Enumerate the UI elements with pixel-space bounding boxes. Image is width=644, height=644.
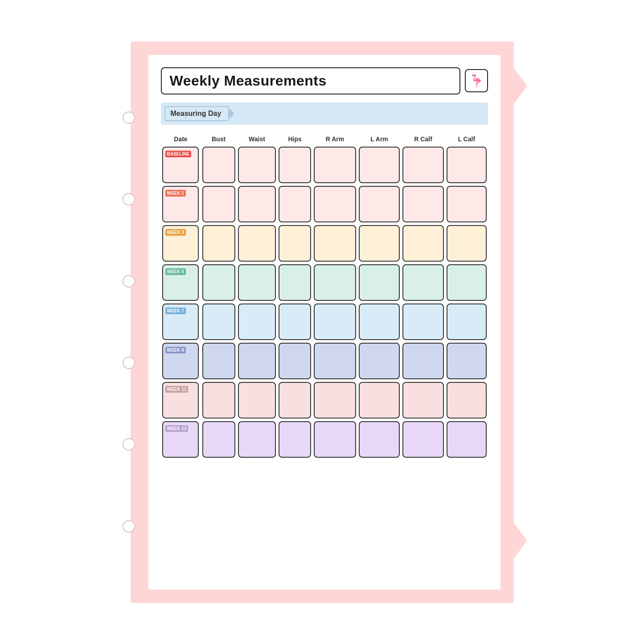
col-header-bust: Bust <box>201 133 237 145</box>
hips-cell-row-1[interactable] <box>277 185 312 224</box>
r-arm-cell-row-4[interactable] <box>312 302 357 341</box>
date-cell-2[interactable]: WEEK 3 <box>161 224 201 263</box>
waist-cell-row-3[interactable] <box>237 263 278 302</box>
row-label-7: WEEK 13 <box>165 425 189 432</box>
l-arm-cell-row-1[interactable] <box>357 185 401 224</box>
hole-1 <box>123 111 135 124</box>
page-background: Weekly Measurements 🦩 Measuring Day Date… <box>131 41 514 603</box>
col-header-l-calf: L Calf <box>445 133 488 145</box>
measurements-table: Date Bust Waist Hips R Arm L Arm R Calf … <box>161 133 488 459</box>
col-header-hips: Hips <box>277 133 312 145</box>
waist-cell-row-1[interactable] <box>237 185 278 224</box>
page-title: Weekly Measurements <box>170 73 327 89</box>
hole-4 <box>123 357 135 369</box>
hips-cell-row-7[interactable] <box>277 420 312 459</box>
bust-cell-row-5[interactable] <box>201 341 237 381</box>
table-row: WEEK 7 <box>161 302 488 341</box>
table-row: WEEK 1 <box>161 185 488 224</box>
r-arm-cell-row-1[interactable] <box>312 185 357 224</box>
r-calf-cell-row-5[interactable] <box>401 341 445 381</box>
l-calf-cell-row-5[interactable] <box>445 341 488 381</box>
table-row: WEEK 5 <box>161 263 488 302</box>
title-row: Weekly Measurements 🦩 <box>161 67 488 94</box>
l-calf-cell-row-3[interactable] <box>445 263 488 302</box>
l-arm-cell-row-2[interactable] <box>357 224 401 263</box>
hole-6 <box>123 520 135 533</box>
bust-cell-row-1[interactable] <box>201 185 237 224</box>
r-arm-cell-row-3[interactable] <box>312 263 357 302</box>
paper-content: Weekly Measurements 🦩 Measuring Day Date… <box>148 55 500 590</box>
waist-cell-row-6[interactable] <box>237 381 278 420</box>
r-calf-cell-row-6[interactable] <box>401 381 445 420</box>
l-arm-cell-row-3[interactable] <box>357 263 401 302</box>
bust-cell-row-6[interactable] <box>201 381 237 420</box>
row-label-3: WEEK 5 <box>165 268 186 275</box>
date-cell-5[interactable]: WEEK 9 <box>161 341 201 381</box>
waist-cell-row-2[interactable] <box>237 224 278 263</box>
hips-cell-row-2[interactable] <box>277 224 312 263</box>
bust-cell-row-3[interactable] <box>201 263 237 302</box>
title-box: Weekly Measurements <box>161 67 460 94</box>
bust-cell-row-7[interactable] <box>201 420 237 459</box>
date-cell-4[interactable]: WEEK 7 <box>161 302 201 341</box>
row-label-0: BASELINE <box>165 151 192 157</box>
col-header-l-arm: L Arm <box>357 133 401 145</box>
date-cell-7[interactable]: WEEK 13 <box>161 420 201 459</box>
l-arm-cell-row-5[interactable] <box>357 341 401 381</box>
r-calf-cell-row-1[interactable] <box>401 185 445 224</box>
bust-cell-row-4[interactable] <box>201 302 237 341</box>
hole-2 <box>123 193 135 205</box>
r-calf-cell-row-3[interactable] <box>401 263 445 302</box>
table-row: WEEK 11 <box>161 381 488 420</box>
l-calf-cell-row-2[interactable] <box>445 224 488 263</box>
date-cell-3[interactable]: WEEK 5 <box>161 263 201 302</box>
row-label-4: WEEK 7 <box>165 308 186 314</box>
r-arm-cell-row-0[interactable] <box>312 145 357 185</box>
hips-cell-row-6[interactable] <box>277 381 312 420</box>
l-calf-cell-row-6[interactable] <box>445 381 488 420</box>
hole-3 <box>123 275 135 287</box>
hips-cell-row-5[interactable] <box>277 341 312 381</box>
r-calf-cell-row-2[interactable] <box>401 224 445 263</box>
waist-cell-row-0[interactable] <box>237 145 278 185</box>
bust-cell-row-0[interactable] <box>201 145 237 185</box>
date-cell-1[interactable]: WEEK 1 <box>161 185 201 224</box>
r-arm-cell-row-2[interactable] <box>312 224 357 263</box>
hips-cell-row-3[interactable] <box>277 263 312 302</box>
col-header-r-arm: R Arm <box>312 133 357 145</box>
r-calf-cell-row-4[interactable] <box>401 302 445 341</box>
waist-cell-row-7[interactable] <box>237 420 278 459</box>
hips-cell-row-4[interactable] <box>277 302 312 341</box>
row-label-6: WEEK 11 <box>165 386 189 393</box>
row-label-1: WEEK 1 <box>165 190 186 197</box>
date-cell-0[interactable]: BASELINE <box>161 145 201 185</box>
l-arm-cell-row-0[interactable] <box>357 145 401 185</box>
measuring-day-tag: Measuring Day <box>164 106 230 121</box>
l-calf-cell-row-0[interactable] <box>445 145 488 185</box>
waist-cell-row-4[interactable] <box>237 302 278 341</box>
row-label-5: WEEK 9 <box>165 347 186 353</box>
date-cell-6[interactable]: WEEK 11 <box>161 381 201 420</box>
hole-5 <box>123 438 135 451</box>
l-calf-cell-row-4[interactable] <box>445 302 488 341</box>
l-arm-cell-row-7[interactable] <box>357 420 401 459</box>
table-row: WEEK 3 <box>161 224 488 263</box>
table-row: BASELINE <box>161 145 488 185</box>
l-arm-cell-row-6[interactable] <box>357 381 401 420</box>
hips-cell-row-0[interactable] <box>277 145 312 185</box>
measuring-day-label: Measuring Day <box>171 110 222 118</box>
r-arm-cell-row-6[interactable] <box>312 381 357 420</box>
col-header-waist: Waist <box>237 133 278 145</box>
col-header-r-calf: R Calf <box>401 133 445 145</box>
r-arm-cell-row-5[interactable] <box>312 341 357 381</box>
l-calf-cell-row-7[interactable] <box>445 420 488 459</box>
r-calf-cell-row-7[interactable] <box>401 420 445 459</box>
waist-cell-row-5[interactable] <box>237 341 278 381</box>
table-row: WEEK 9 <box>161 341 488 381</box>
r-arm-cell-row-7[interactable] <box>312 420 357 459</box>
l-calf-cell-row-1[interactable] <box>445 185 488 224</box>
r-calf-cell-row-0[interactable] <box>401 145 445 185</box>
bust-cell-row-2[interactable] <box>201 224 237 263</box>
l-arm-cell-row-4[interactable] <box>357 302 401 341</box>
col-header-date: Date <box>161 133 201 145</box>
